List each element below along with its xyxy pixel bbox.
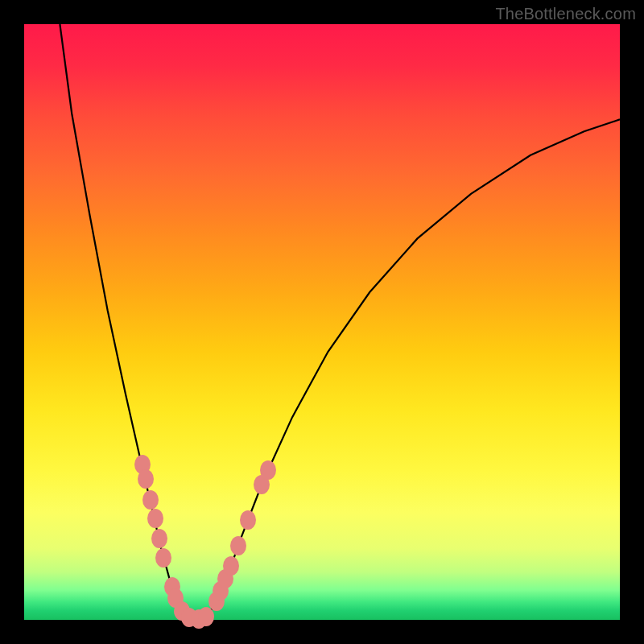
data-point xyxy=(260,460,276,480)
data-point xyxy=(230,536,246,555)
chart-container: TheBottleneck.com xyxy=(0,0,644,644)
watermark-text: TheBottleneck.com xyxy=(495,5,636,23)
data-point xyxy=(198,607,214,626)
data-point xyxy=(155,548,171,568)
data-point xyxy=(240,510,256,530)
data-point xyxy=(147,509,163,528)
bottleneck-curve xyxy=(60,24,620,620)
plot-area xyxy=(24,24,620,620)
curve-svg xyxy=(24,24,620,620)
data-point xyxy=(142,490,159,510)
data-point xyxy=(138,469,154,489)
data-point xyxy=(151,529,167,548)
data-point xyxy=(223,556,239,576)
